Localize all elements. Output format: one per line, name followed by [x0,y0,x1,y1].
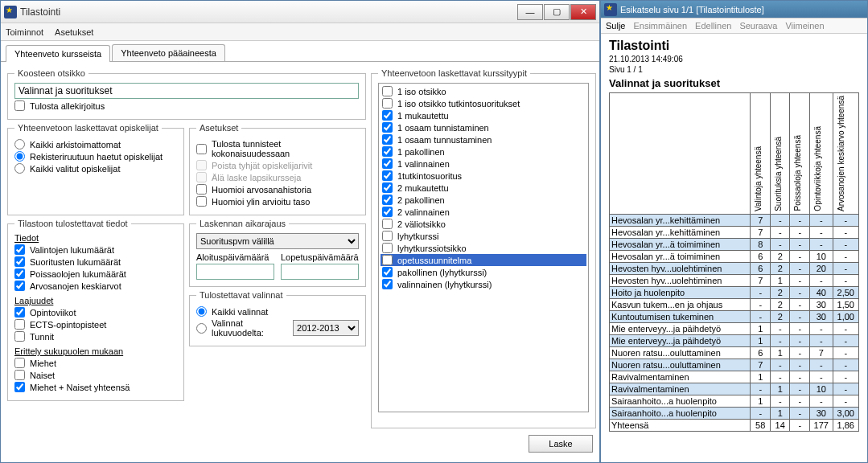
cell: 30 [809,298,833,310]
checkbox-tiedot-0[interactable] [14,244,25,255]
column-header: Poissaoloja yhteensä [792,133,804,213]
menu-asetukset[interactable]: Asetukset [55,27,93,37]
list-item[interactable]: 1 osaam tunnustaminen [381,133,586,145]
radio-laskettavat-1[interactable] [14,151,25,162]
checkbox-asetukset-1[interactable] [196,160,207,170]
listbox-kurssityypit[interactable]: 1 iso otsikko1 iso otsikko tutkintosuori… [378,83,589,412]
table-row: Ravivalmentaminen1---- [610,371,859,383]
label-kurssityyppi-10: 2 valinnainen [397,207,450,217]
legend-koosteen: Koosteen otsikko [14,68,88,78]
checkbox-erittely-1[interactable] [14,370,25,380]
checkbox-kurssityyppi-14[interactable] [382,255,393,265]
cell: Sairaanhoito...a huolenpito [610,407,751,419]
radio-laskettavat-0[interactable] [14,139,25,150]
list-item[interactable]: lyhytkurssi [381,230,586,242]
title-input[interactable] [14,83,359,99]
list-item[interactable]: 1 iso otsikko [381,85,586,97]
list-item[interactable]: lyhytkurssiotsikko [381,242,586,254]
nav-viimeinen[interactable]: Viimeinen [785,21,824,31]
radio-lukuvuodelta[interactable] [196,323,207,334]
radio-kaikki-valinnat[interactable] [196,306,207,317]
radio-laskettavat-2[interactable] [14,163,25,174]
label-kurssityyppi-12: lyhytkurssi [397,232,438,241]
tabstrip: Yhteenveto kursseista Yhteenveto pääaine… [1,41,599,62]
legend-valinnat: Tulostettavat valinnat [196,290,286,300]
label-asetukset-3: Huomioi arvosanahistoria [212,185,311,195]
checkbox-asetukset-2[interactable] [196,172,207,182]
checkbox-erittely-2[interactable] [14,382,25,392]
checkbox-kurssityyppi-16[interactable] [382,279,393,289]
nav-edellinen[interactable]: Edellinen [695,21,731,31]
checkbox-kurssityyppi-13[interactable] [382,243,393,253]
label-kurssityyppi-16: valinnainen (lyhytkurssi) [397,280,492,289]
column-header: Valintoja yhteensä [752,145,764,213]
checkbox-kurssityyppi-6[interactable] [382,158,393,169]
checkbox-kurssityyppi-12[interactable] [382,231,393,241]
checkbox-erittely-0[interactable] [14,358,25,368]
checkbox-kurssityyppi-3[interactable] [382,122,393,133]
checkbox-kurssityyppi-15[interactable] [382,267,393,277]
checkbox-kurssityyppi-8[interactable] [382,182,393,193]
list-item[interactable]: 2 mukautettu [381,182,586,194]
checkbox-tiedot-1[interactable] [14,256,25,267]
label-asetukset-2: Älä laske lapsikursseja [212,173,301,182]
report-table: Valintoja yhteensäSuorituksia yhteensäPo… [609,92,859,432]
input-aloituspvm[interactable] [196,264,274,280]
list-item[interactable]: 1 pakollinen [381,145,586,158]
checkbox-kurssityyppi-5[interactable] [382,146,393,157]
nav-seuraava[interactable]: Seuraava [739,21,777,31]
group-tulostettavat-valinnat: Tulostettavat valinnat Kaikki valinnat V… [189,290,366,346]
label-kurssityyppi-8: 2 mukautettu [397,183,449,193]
nav-ensimmainen[interactable]: Ensimmäinen [633,21,687,31]
list-item[interactable]: 2 pakollinen [381,194,586,206]
checkbox-laajuudet-0[interactable] [14,307,25,318]
maximize-button[interactable]: ▢ [544,4,570,20]
select-lukuvuosi[interactable]: 2012-2013 [293,320,359,336]
list-item[interactable]: 1 valinnainen [381,158,586,170]
checkbox-kurssityyppi-9[interactable] [382,195,393,205]
list-item[interactable]: 1 osaam tunnistaminen [381,121,586,133]
cell: 1 [770,346,790,359]
checkbox-laajuudet-1[interactable] [14,319,25,330]
checkbox-kurssityyppi-2[interactable] [382,110,393,121]
cell: - [770,214,790,226]
checkbox-asetukset-0[interactable] [196,144,207,154]
list-item[interactable]: opetussuunnitelma [381,254,586,266]
checkbox-asetukset-4[interactable] [196,196,207,207]
table-row: Hevosten hyv...uolehtiminen71--- [610,274,859,286]
checkbox-kurssityyppi-1[interactable] [382,98,393,109]
menu-toiminnot[interactable]: Toiminnot [6,27,43,37]
checkbox-tiedot-3[interactable] [14,281,25,291]
list-item[interactable]: 1tutkintosuoritus [381,170,586,182]
checkbox-tiedot-2[interactable] [14,268,25,279]
list-item[interactable]: valinnainen (lyhytkurssi) [381,278,586,290]
heading-laajuudet: Laajuudet [14,296,177,305]
tab-yhteenveto-paaaineesta[interactable]: Yhteenveto pääaineesta [112,44,225,61]
minimize-button[interactable]: — [517,4,543,20]
list-item[interactable]: 2 väliotsikko [381,218,586,230]
list-item[interactable]: 2 valinnainen [381,206,586,218]
checkbox-kurssityyppi-10[interactable] [382,207,393,217]
input-lopetuspvm[interactable] [281,264,359,280]
list-item[interactable]: 1 mukautettu [381,109,586,121]
nav-sulje[interactable]: Sulje [606,21,625,31]
cell: 40 [809,286,833,298]
label-kurssityyppi-3: 1 osaam tunnistaminen [397,123,489,133]
preview-titlebar: Esikatselu sivu 1/1 [Tilastointituloste] [601,1,867,18]
cell: 2 [770,250,790,262]
checkbox-asetukset-3[interactable] [196,184,207,195]
checkbox-kurssityyppi-11[interactable] [382,219,393,229]
list-item[interactable]: 1 iso otsikko tutkintosuoritukset [381,97,586,109]
cell: Hevosalan yr...kehittäminen [610,226,751,238]
checkbox-kurssityyppi-4[interactable] [382,134,393,145]
checkbox-allekirjoitus[interactable] [14,100,25,111]
cell: - [790,298,810,310]
close-button[interactable]: ✕ [570,4,596,20]
tab-yhteenveto-kursseista[interactable]: Yhteenveto kursseista [6,45,110,62]
select-aikarajaus[interactable]: Suorituspvm välillä [196,233,359,249]
checkbox-laajuudet-2[interactable] [14,331,25,342]
checkbox-kurssityyppi-7[interactable] [382,170,393,181]
checkbox-kurssityyppi-0[interactable] [382,86,393,96]
list-item[interactable]: pakollinen (lyhytkurssi) [381,266,586,278]
laske-button[interactable]: Laske [529,435,593,453]
